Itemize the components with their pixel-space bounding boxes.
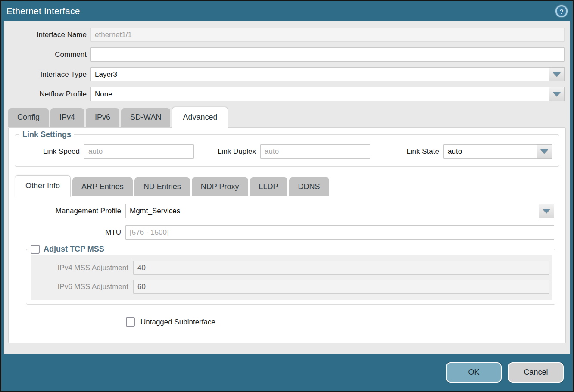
link-duplex-label: Link Duplex bbox=[213, 147, 256, 156]
dialog-body: Interface Name Comment Interface Type Ne… bbox=[4, 21, 570, 354]
tab-ndp-proxy[interactable]: NDP Proxy bbox=[192, 177, 248, 196]
tab-config[interactable]: Config bbox=[8, 108, 49, 127]
untagged-subinterface-row: Untagged Subinterface bbox=[126, 317, 565, 327]
comment-label: Comment bbox=[4, 50, 87, 59]
interface-type-value[interactable] bbox=[90, 67, 549, 81]
interface-name-row: Interface Name bbox=[4, 28, 570, 42]
ipv4-mss-row: IPv4 MSS Adjustment bbox=[33, 261, 549, 275]
tab-ddns[interactable]: DDNS bbox=[289, 177, 329, 196]
netflow-profile-row: Netflow Profile bbox=[4, 87, 570, 101]
tab-ipv4[interactable]: IPv4 bbox=[50, 108, 84, 127]
advanced-tab-panel: Link Settings Link Speed Link Duplex Lin… bbox=[8, 127, 566, 343]
chevron-down-icon bbox=[553, 92, 561, 96]
interface-type-dropdown-button[interactable] bbox=[549, 67, 565, 81]
mtu-label: MTU bbox=[9, 228, 121, 237]
link-state-label: Link State bbox=[401, 147, 439, 156]
link-settings-legend: Link Settings bbox=[19, 130, 74, 139]
dialog-title: Ethernet Interface bbox=[6, 6, 555, 16]
adjust-tcp-mss-legend-text: Adjust TCP MSS bbox=[44, 245, 104, 254]
dialog-footer: OK Cancel bbox=[1, 354, 573, 391]
interface-type-row: Interface Type bbox=[4, 67, 570, 81]
link-settings-group: Link Settings Link Speed Link Duplex Lin… bbox=[15, 130, 559, 167]
untagged-subinterface-label: Untagged Subinterface bbox=[140, 318, 215, 327]
interface-name-label: Interface Name bbox=[4, 31, 87, 39]
sub-tab-bar: Other Info ARP Entries ND Entries NDP Pr… bbox=[15, 175, 565, 196]
tab-other-info[interactable]: Other Info bbox=[15, 175, 71, 197]
link-state-value[interactable] bbox=[443, 144, 537, 159]
management-profile-row: Management Profile bbox=[9, 204, 554, 218]
netflow-profile-label: Netflow Profile bbox=[4, 90, 87, 99]
tab-arp-entries[interactable]: ARP Entries bbox=[72, 177, 133, 196]
adjust-tcp-mss-group: Adjust TCP MSS IPv4 MSS Adjustment IPv6 … bbox=[26, 245, 555, 305]
link-settings-row: Link Speed Link Duplex Link State bbox=[15, 144, 559, 159]
link-duplex-input[interactable] bbox=[260, 144, 370, 159]
link-speed-label: Link Speed bbox=[17, 147, 80, 156]
adjust-tcp-mss-legend: Adjust TCP MSS bbox=[28, 245, 107, 254]
untagged-subinterface-checkbox[interactable] bbox=[126, 317, 135, 327]
chevron-down-icon bbox=[543, 209, 550, 213]
netflow-profile-combobox[interactable] bbox=[90, 87, 565, 101]
cancel-button[interactable]: Cancel bbox=[508, 362, 564, 383]
management-profile-label: Management Profile bbox=[9, 207, 121, 215]
tab-lldp[interactable]: LLDP bbox=[250, 177, 287, 196]
tab-ipv6[interactable]: IPv6 bbox=[86, 108, 119, 127]
ok-button[interactable]: OK bbox=[446, 362, 502, 383]
mtu-row: MTU bbox=[9, 225, 554, 240]
management-profile-value[interactable] bbox=[125, 204, 539, 218]
link-speed-input[interactable] bbox=[84, 144, 194, 159]
help-icon[interactable]: ? bbox=[555, 5, 568, 17]
management-profile-dropdown-button[interactable] bbox=[539, 204, 554, 218]
netflow-profile-value[interactable] bbox=[90, 87, 549, 101]
ipv4-mss-label: IPv4 MSS Adjustment bbox=[33, 264, 128, 272]
interface-type-label: Interface Type bbox=[4, 70, 87, 79]
link-state-combobox[interactable] bbox=[443, 144, 552, 159]
link-state-dropdown-button[interactable] bbox=[537, 144, 552, 159]
chevron-down-icon bbox=[540, 149, 548, 154]
mss-disabled-panel: IPv4 MSS Adjustment IPv6 MSS Adjustment bbox=[31, 255, 552, 300]
ipv4-mss-input bbox=[133, 261, 549, 275]
main-tab-bar: Config IPv4 IPv6 SD-WAN Advanced bbox=[8, 107, 570, 127]
comment-input[interactable] bbox=[90, 47, 565, 62]
ipv6-mss-row: IPv6 MSS Adjustment bbox=[33, 280, 549, 294]
interface-type-combobox[interactable] bbox=[90, 67, 565, 81]
interface-name-input bbox=[90, 28, 565, 42]
tab-nd-entries[interactable]: ND Entries bbox=[134, 177, 190, 196]
comment-row: Comment bbox=[4, 47, 570, 62]
dialog-titlebar: Ethernet Interface ? bbox=[1, 1, 573, 21]
ethernet-interface-dialog: Ethernet Interface ? Interface Name Comm… bbox=[0, 0, 574, 392]
ipv6-mss-label: IPv6 MSS Adjustment bbox=[33, 283, 128, 291]
chevron-down-icon bbox=[553, 72, 561, 77]
adjust-tcp-mss-checkbox[interactable] bbox=[31, 245, 40, 254]
mtu-input[interactable] bbox=[125, 225, 554, 240]
management-profile-combobox[interactable] bbox=[125, 204, 554, 218]
ipv6-mss-input bbox=[133, 280, 549, 294]
other-info-content: Management Profile MTU bbox=[9, 204, 565, 327]
tab-advanced[interactable]: Advanced bbox=[172, 107, 228, 128]
tab-sd-wan[interactable]: SD-WAN bbox=[121, 108, 170, 127]
netflow-profile-dropdown-button[interactable] bbox=[549, 87, 565, 101]
